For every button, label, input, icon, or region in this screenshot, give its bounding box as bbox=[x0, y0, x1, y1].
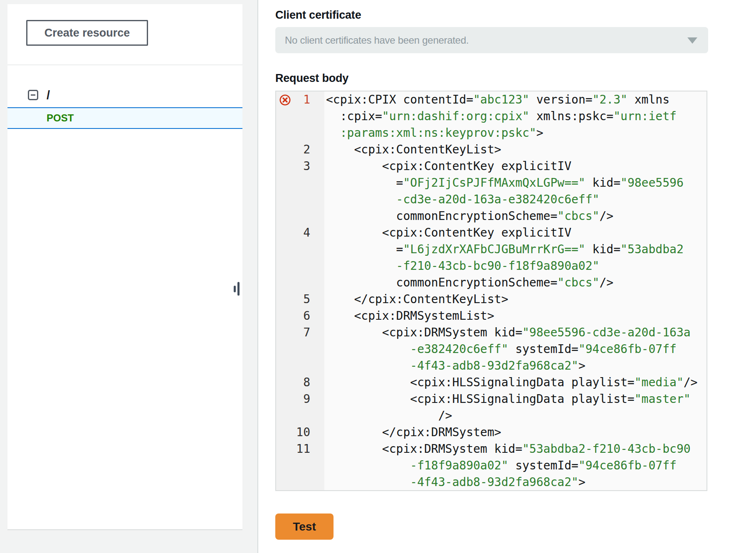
code-row: -f18f9a890a02" systemId="94ce86fb-07ff bbox=[324, 457, 707, 474]
code-row: commonEncryptionScheme="cbcs"/> bbox=[324, 274, 707, 291]
line-number: 9 bbox=[276, 391, 324, 407]
line-number: 5 bbox=[276, 291, 324, 308]
editor-code[interactable]: <cpix:CPIX contentId="abc123" version="2… bbox=[324, 91, 707, 490]
request-body-heading: Request body bbox=[275, 72, 348, 85]
panel-resize-handle[interactable] bbox=[237, 282, 240, 296]
request-body-editor[interactable]: 1234567891011 <cpix:CPIX contentId="abc1… bbox=[275, 91, 707, 491]
code-row: -e382420c6eff" systemId="94ce86fb-07ff bbox=[324, 341, 707, 358]
line-number bbox=[276, 175, 324, 191]
code-row: </cpix:DRMSystem> bbox=[324, 424, 707, 441]
test-panel: Client certificate No client certificate… bbox=[258, 0, 756, 553]
line-number: 3 bbox=[276, 158, 324, 175]
line-number bbox=[276, 358, 324, 374]
code-row: -f210-43cb-bc90-f18f9a890a02" bbox=[324, 258, 707, 274]
client-certificate-heading: Client certificate bbox=[275, 9, 361, 22]
line-number bbox=[276, 108, 324, 125]
code-row: :params:xml:ns:keyprov:pskc"> bbox=[324, 125, 707, 141]
test-button[interactable]: Test bbox=[275, 514, 334, 540]
code-row: <cpix:ContentKey explicitIV bbox=[324, 225, 707, 241]
resource-root-label: / bbox=[47, 86, 50, 105]
collapse-icon[interactable] bbox=[28, 90, 38, 100]
code-row: -4f43-adb8-93d2fa968ca2"> bbox=[324, 358, 707, 374]
method-label: POST bbox=[47, 108, 74, 128]
editor-gutter: 1234567891011 bbox=[276, 91, 324, 490]
line-number bbox=[276, 407, 324, 424]
line-number: 4 bbox=[276, 225, 324, 241]
line-number bbox=[276, 241, 324, 258]
code-row: -4f43-adb8-93d2fa968ca2"> bbox=[324, 474, 707, 490]
create-resource-button[interactable]: Create resource bbox=[26, 20, 148, 46]
code-row: <cpix:HLSSignalingData playlist="media"/… bbox=[324, 374, 707, 391]
code-row: </cpix:ContentKeyList> bbox=[324, 291, 707, 308]
card-divider bbox=[7, 64, 242, 65]
code-row: <cpix:ContentKeyList> bbox=[324, 141, 707, 158]
line-number bbox=[276, 274, 324, 291]
line-number bbox=[276, 125, 324, 141]
line-number bbox=[276, 191, 324, 208]
resources-card: Create resource / POST bbox=[7, 4, 242, 530]
line-number: 11 bbox=[276, 441, 324, 457]
code-row: commonEncryptionScheme="cbcs"/> bbox=[324, 208, 707, 225]
line-number: 2 bbox=[276, 141, 324, 158]
code-row: -cd3e-a20d-163a-e382420c6eff" bbox=[324, 191, 707, 208]
line-number bbox=[276, 258, 324, 274]
code-row: ="L6jzdXrXAFbCJGBuMrrKrG==" kid="53abdba… bbox=[324, 241, 707, 258]
client-certificate-placeholder: No client certificates have been generat… bbox=[285, 27, 469, 53]
line-number: 7 bbox=[276, 324, 324, 341]
line-number bbox=[276, 457, 324, 474]
line-number: 8 bbox=[276, 374, 324, 391]
line-number bbox=[276, 341, 324, 358]
line-number: 10 bbox=[276, 424, 324, 441]
code-row: <cpix:DRMSystem kid="98ee5596-cd3e-a20d-… bbox=[324, 324, 707, 341]
code-row: <cpix:HLSSignalingData playlist="master" bbox=[324, 391, 707, 407]
code-row: :cpix="urn:dashif:org:cpix" xmlns:pskc="… bbox=[324, 108, 707, 125]
line-number: 6 bbox=[276, 308, 324, 324]
code-row: /> bbox=[324, 407, 707, 424]
method-row-post[interactable]: POST bbox=[7, 107, 242, 129]
panel-resize-handle-short[interactable] bbox=[234, 286, 236, 292]
client-certificate-select[interactable]: No client certificates have been generat… bbox=[275, 27, 708, 53]
code-row: ="OFj2IjCsPJFfMAxmQxLGPw==" kid="98ee559… bbox=[324, 175, 707, 191]
line-number bbox=[276, 208, 324, 225]
code-row: <cpix:ContentKey explicitIV bbox=[324, 158, 707, 175]
error-icon bbox=[279, 94, 291, 106]
line-number bbox=[276, 474, 324, 491]
code-row: <cpix:DRMSystemList> bbox=[324, 308, 707, 324]
chevron-down-icon bbox=[687, 37, 697, 44]
code-row: <cpix:CPIX contentId="abc123" version="2… bbox=[324, 91, 707, 108]
code-row: <cpix:DRMSystem kid="53abdba2-f210-43cb-… bbox=[324, 441, 707, 457]
resource-tree-root[interactable]: / bbox=[7, 86, 242, 106]
resources-panel: Create resource / POST bbox=[0, 0, 257, 553]
